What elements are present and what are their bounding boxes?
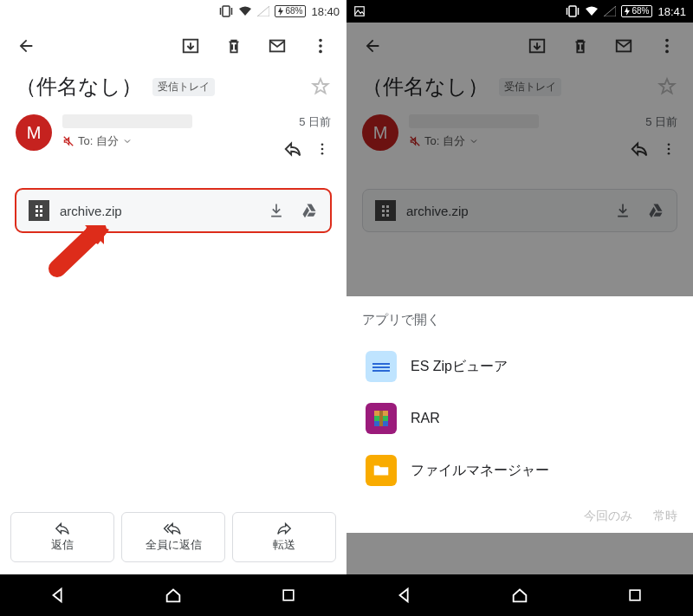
folder-icon	[366, 455, 397, 486]
signal-icon	[604, 6, 616, 16]
avatar[interactable]: M	[16, 114, 52, 151]
chevron-down-icon[interactable]	[122, 136, 133, 146]
reply-icon	[625, 135, 653, 163]
subject-text: （件名なし）	[362, 73, 489, 101]
overflow-menu-icon[interactable]	[303, 29, 338, 63]
svg-rect-32	[379, 411, 383, 426]
svg-rect-15	[569, 6, 576, 16]
svg-point-6	[319, 44, 322, 48]
sender-name-redacted	[409, 114, 539, 128]
avatar: M	[362, 114, 398, 151]
svg-point-5	[319, 39, 322, 42]
reply-all-button[interactable]: 全員に返信	[121, 512, 225, 562]
zip-file-icon	[375, 200, 396, 221]
wifi-icon	[238, 6, 252, 16]
download-icon	[614, 202, 631, 219]
mute-icon	[62, 135, 74, 147]
svg-point-10	[321, 148, 324, 151]
clock: 18:41	[657, 5, 686, 18]
sender-row: M To: 自分 5 日前	[0, 107, 346, 172]
clock: 18:40	[311, 5, 340, 18]
nav-bar	[0, 574, 346, 616]
drive-icon	[647, 202, 664, 219]
vibrate-icon	[219, 5, 233, 17]
delete-icon[interactable]	[217, 29, 251, 63]
message-date: 5 日前	[299, 114, 331, 130]
svg-point-21	[665, 44, 669, 48]
mute-icon	[409, 135, 421, 147]
svg-point-20	[665, 39, 669, 42]
message-date: 5 日前	[645, 114, 677, 130]
archive-icon	[520, 29, 554, 63]
action-row: 返信 全員に返信 転送	[0, 512, 346, 574]
forward-button[interactable]: 転送	[232, 512, 336, 562]
star-icon	[657, 76, 677, 97]
mail-icon	[606, 29, 641, 63]
svg-rect-14	[355, 7, 365, 16]
phone-right: 68% 18:41 （件名なし） 受信トレイ M	[346, 0, 693, 616]
back-icon[interactable]	[9, 29, 43, 63]
zip-file-icon	[29, 200, 49, 221]
phone-left: 68% 18:40 （件名なし） 受信トレイ M	[0, 0, 346, 616]
attachment-chip: archive.zip	[362, 189, 677, 232]
chevron-down-icon	[469, 136, 479, 146]
status-bar: 68% 18:40	[0, 0, 346, 23]
app-option-label: RAR	[411, 411, 440, 426]
message-overflow-icon[interactable]	[314, 135, 331, 163]
app-option-rar[interactable]: RAR	[362, 392, 677, 444]
battery-indicator: 68%	[275, 5, 306, 17]
mail-icon[interactable]	[260, 29, 295, 63]
reply-icon[interactable]	[279, 135, 307, 163]
svg-rect-33	[630, 590, 640, 600]
nav-back-icon[interactable]	[37, 574, 79, 616]
inbox-chip: 受信トレイ	[499, 78, 561, 96]
always-button[interactable]: 常時	[653, 509, 677, 524]
delete-icon	[563, 29, 598, 63]
attachment-name: archive.zip	[60, 204, 122, 218]
nav-recent-icon[interactable]	[268, 574, 309, 616]
attachment-name: archive.zip	[406, 204, 469, 218]
nav-back-icon[interactable]	[384, 574, 425, 616]
svg-rect-0	[223, 6, 230, 16]
subject-row: （件名なし） 受信トレイ	[0, 69, 346, 107]
app-option-es-zip[interactable]: ES Zipビューア	[362, 340, 677, 392]
app-bar	[0, 23, 346, 69]
screenshot-icon	[353, 5, 366, 17]
vibrate-icon	[566, 5, 580, 17]
sheet-title: アプリで開く	[362, 312, 677, 328]
star-icon[interactable]	[310, 76, 331, 97]
drive-icon[interactable]	[301, 202, 318, 219]
attachment-chip[interactable]: archive.zip	[16, 189, 331, 232]
inbox-chip[interactable]: 受信トレイ	[152, 78, 215, 96]
app-option-file-manager[interactable]: ファイルマネージャー	[362, 444, 677, 496]
svg-point-25	[668, 148, 670, 151]
svg-point-11	[321, 152, 324, 155]
archive-icon[interactable]	[173, 29, 208, 63]
download-icon[interactable]	[268, 202, 285, 219]
wifi-icon	[585, 6, 599, 16]
sender-name-redacted	[62, 114, 192, 128]
overflow-menu-icon	[650, 29, 684, 63]
nav-recent-icon[interactable]	[614, 574, 656, 616]
svg-point-7	[319, 50, 322, 54]
es-zip-icon	[366, 351, 397, 382]
reply-button[interactable]: 返信	[10, 512, 114, 562]
to-label: To: 自分	[78, 133, 119, 149]
nav-bar	[346, 574, 693, 616]
nav-home-icon[interactable]	[499, 574, 541, 616]
status-bar: 68% 18:41	[346, 0, 693, 23]
open-with-sheet: アプリで開く ES Zipビューア RAR ファイルマネージャー	[346, 296, 693, 533]
signal-icon	[257, 6, 269, 16]
app-bar	[346, 23, 693, 69]
nav-home-icon[interactable]	[152, 574, 194, 616]
svg-point-9	[321, 143, 324, 146]
subject-text: （件名なし）	[16, 73, 142, 101]
rar-icon	[366, 403, 397, 434]
battery-indicator: 68%	[621, 5, 652, 17]
app-option-label: ES Zipビューア	[411, 358, 508, 376]
to-label: To: 自分	[424, 133, 465, 149]
back-icon	[355, 29, 390, 63]
just-once-button[interactable]: 今回のみ	[584, 509, 632, 524]
svg-rect-13	[283, 590, 294, 600]
svg-point-26	[668, 152, 670, 155]
